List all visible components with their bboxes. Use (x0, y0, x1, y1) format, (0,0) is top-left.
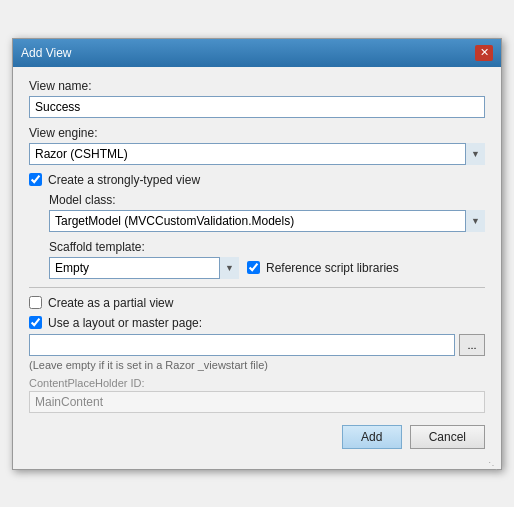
strongly-typed-row: Create a strongly-typed view (29, 173, 485, 187)
close-button[interactable]: ✕ (475, 45, 493, 61)
layout-section: Use a layout or master page: ... (Leave … (29, 316, 485, 413)
scaffold-template-select[interactable]: Empty Create Delete Details Edit List (49, 257, 239, 279)
title-bar: Add View ✕ (13, 39, 501, 67)
divider-1 (29, 287, 485, 288)
add-view-dialog: Add View ✕ View name: View engine: Razor… (12, 38, 502, 470)
add-button[interactable]: Add (342, 425, 402, 449)
cancel-button[interactable]: Cancel (410, 425, 485, 449)
browse-button[interactable]: ... (459, 334, 485, 356)
partial-view-row: Create as a partial view (29, 296, 485, 310)
layout-path-input[interactable] (29, 334, 455, 356)
scaffold-template-label: Scaffold template: (49, 240, 485, 254)
scaffold-row: Empty Create Delete Details Edit List ▼ … (49, 257, 485, 279)
strongly-typed-checkbox[interactable] (29, 173, 42, 186)
view-name-section: View name: (29, 79, 485, 118)
layout-checkbox[interactable] (29, 316, 42, 329)
content-placeholder-input (29, 391, 485, 413)
dialog-body: View name: View engine: Razor (CSHTML) A… (13, 67, 501, 459)
dialog-title: Add View (21, 46, 71, 60)
partial-view-checkbox[interactable] (29, 296, 42, 309)
view-engine-label: View engine: (29, 126, 485, 140)
strongly-typed-section: Create a strongly-typed view Model class… (29, 173, 485, 279)
view-engine-select[interactable]: Razor (CSHTML) ASPX (29, 143, 485, 165)
model-class-select[interactable]: TargetModel (MVCCustomValidation.Models) (49, 210, 485, 232)
content-placeholder-label: ContentPlaceHolder ID: (29, 377, 485, 389)
model-class-area: Model class: TargetModel (MVCCustomValid… (29, 193, 485, 279)
scaffold-template-wrapper: Empty Create Delete Details Edit List ▼ (49, 257, 239, 279)
view-engine-wrapper: Razor (CSHTML) ASPX ▼ (29, 143, 485, 165)
resize-handle: ⋱ (13, 459, 501, 469)
layout-hint: (Leave empty if it is set in a Razor _vi… (29, 359, 485, 371)
view-name-label: View name: (29, 79, 485, 93)
layout-input-row: ... (29, 334, 485, 356)
button-row: Add Cancel (29, 425, 485, 449)
strongly-typed-label: Create a strongly-typed view (48, 173, 200, 187)
model-class-wrapper: TargetModel (MVCCustomValidation.Models)… (49, 210, 485, 232)
reference-scripts-checkbox[interactable] (247, 261, 260, 274)
reference-scripts-row: Reference script libraries (247, 261, 399, 275)
view-engine-section: View engine: Razor (CSHTML) ASPX ▼ (29, 126, 485, 165)
layout-label: Use a layout or master page: (48, 316, 202, 330)
partial-view-label: Create as a partial view (48, 296, 173, 310)
model-class-label: Model class: (49, 193, 485, 207)
layout-row: Use a layout or master page: (29, 316, 485, 330)
view-name-input[interactable] (29, 96, 485, 118)
reference-scripts-label: Reference script libraries (266, 261, 399, 275)
